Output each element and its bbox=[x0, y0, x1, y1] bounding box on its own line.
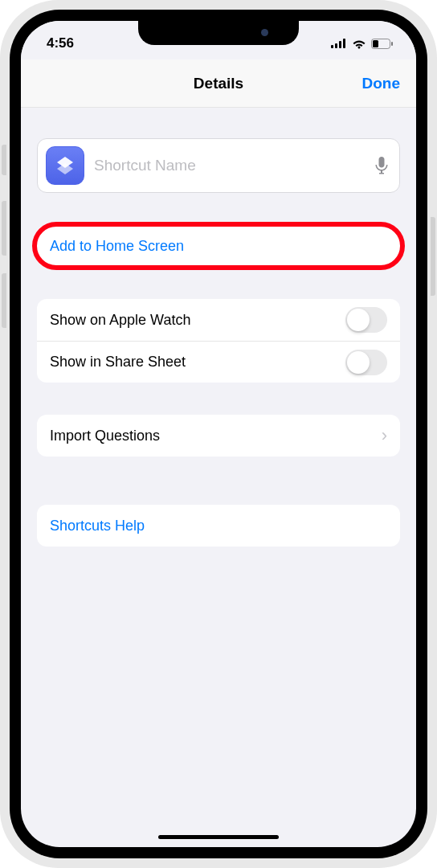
toggles-section: Show on Apple Watch Show in Share Sheet bbox=[37, 299, 400, 383]
shortcut-app-icon[interactable] bbox=[46, 146, 84, 185]
add-to-home-screen-button[interactable]: Add to Home Screen bbox=[37, 225, 400, 267]
highlight-annotation: Add to Home Screen bbox=[37, 225, 400, 267]
add-home-section: Add to Home Screen bbox=[37, 225, 400, 267]
apple-watch-toggle[interactable] bbox=[345, 307, 387, 333]
shortcuts-help-label: Shortcuts Help bbox=[50, 518, 145, 534]
svg-rect-6 bbox=[391, 42, 393, 46]
power-button bbox=[431, 217, 435, 296]
svg-rect-3 bbox=[343, 39, 345, 48]
help-section: Shortcuts Help bbox=[37, 505, 400, 547]
nav-header: Details Done bbox=[21, 59, 416, 108]
svg-rect-1 bbox=[335, 43, 337, 48]
share-sheet-label: Show in Share Sheet bbox=[50, 354, 186, 371]
phone-screen: 4:56 Details Done bbox=[21, 21, 416, 847]
notch bbox=[138, 21, 299, 45]
shortcut-name-input[interactable] bbox=[94, 157, 366, 174]
microphone-icon[interactable] bbox=[375, 157, 388, 174]
name-section bbox=[37, 138, 400, 193]
cellular-icon bbox=[331, 39, 347, 48]
shortcut-name-row bbox=[37, 138, 400, 193]
shortcuts-glyph-icon bbox=[54, 154, 76, 177]
svg-rect-2 bbox=[339, 41, 341, 48]
done-button[interactable]: Done bbox=[362, 75, 401, 92]
battery-icon bbox=[371, 39, 394, 49]
import-section: Import Questions › bbox=[37, 415, 400, 457]
volume-down-button bbox=[2, 273, 6, 328]
share-sheet-row: Show in Share Sheet bbox=[37, 341, 400, 383]
import-questions-button[interactable]: Import Questions › bbox=[37, 415, 400, 457]
home-indicator[interactable] bbox=[158, 835, 279, 839]
content-area: Add to Home Screen Show on Apple Watch S… bbox=[21, 138, 416, 547]
add-to-home-screen-label: Add to Home Screen bbox=[50, 238, 184, 255]
chevron-right-icon: › bbox=[382, 425, 387, 446]
shortcuts-help-button[interactable]: Shortcuts Help bbox=[37, 505, 400, 547]
import-questions-label: Import Questions bbox=[50, 428, 160, 444]
page-title: Details bbox=[194, 75, 243, 92]
mute-switch bbox=[2, 145, 6, 175]
status-time: 4:56 bbox=[47, 35, 74, 51]
volume-up-button bbox=[2, 201, 6, 256]
wifi-icon bbox=[352, 39, 366, 49]
apple-watch-row: Show on Apple Watch bbox=[37, 299, 400, 341]
svg-rect-5 bbox=[373, 40, 378, 47]
apple-watch-label: Show on Apple Watch bbox=[50, 312, 190, 329]
share-sheet-toggle[interactable] bbox=[345, 350, 387, 375]
svg-rect-0 bbox=[331, 45, 333, 48]
status-icons bbox=[331, 39, 394, 49]
phone-bezel: 4:56 Details Done bbox=[10, 10, 427, 858]
phone-frame: 4:56 Details Done bbox=[0, 0, 437, 868]
